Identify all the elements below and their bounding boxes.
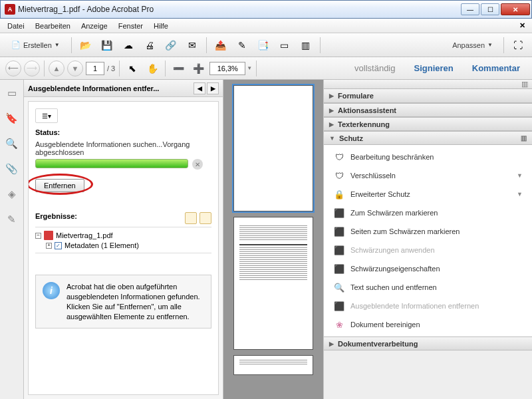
layers-icon[interactable]: ◈ bbox=[5, 188, 19, 201]
save-button[interactable]: 💾 bbox=[98, 37, 116, 54]
open-button[interactable]: 📂 bbox=[77, 37, 94, 54]
chevron-down-icon: ▼ bbox=[55, 42, 60, 48]
redaction-properties-item[interactable]: ⬛Schwärzungseigenschaften bbox=[324, 259, 532, 278]
item-label: Text suchen und entfernen bbox=[350, 283, 437, 291]
edit-pdf-button[interactable]: ✎ bbox=[233, 37, 251, 54]
cancel-search-button[interactable]: ✕ bbox=[192, 159, 203, 170]
maximize-button[interactable]: ☐ bbox=[481, 3, 499, 15]
hand-tool[interactable]: ✋ bbox=[144, 60, 161, 77]
select-tool[interactable]: ⬉ bbox=[124, 60, 141, 77]
bookmark-icon[interactable]: 🔖 bbox=[5, 112, 19, 125]
zoom-out-button[interactable]: ➖ bbox=[170, 60, 187, 77]
close-button[interactable]: ✕ bbox=[501, 3, 530, 15]
collapse-all-button[interactable] bbox=[200, 212, 211, 224]
results-label: Ergebnisse: bbox=[35, 212, 77, 220]
close-doc-button[interactable]: ✕ bbox=[515, 20, 529, 31]
nav-strip: ▭ 🔖 🔍 📎 ◈ ✎ bbox=[0, 80, 24, 399]
multimedia-button[interactable]: ▥ bbox=[297, 37, 315, 54]
tools-pane: ▥ ▶Formulare ▶Aktionsassistent ▶Texterke… bbox=[323, 80, 532, 399]
thumbnails-icon[interactable]: ▭ bbox=[5, 86, 19, 100]
customize-label: Anpassen bbox=[452, 41, 485, 49]
info-box: i Acrobat hat die oben aufgeführten ausg… bbox=[35, 275, 211, 329]
chevron-down-icon[interactable]: ▼ bbox=[247, 65, 252, 71]
pane-menu-icon[interactable]: ▥ bbox=[521, 80, 528, 88]
zoom-input[interactable] bbox=[209, 62, 245, 75]
panel-options-button[interactable]: ☰▾ bbox=[35, 108, 58, 123]
page-down-button[interactable]: ▼ bbox=[67, 61, 83, 76]
encrypt-item[interactable]: 🛡Verschlüsseln▼ bbox=[324, 166, 532, 185]
search-remove-item[interactable]: 🔍Text suchen und entfernen bbox=[324, 278, 532, 297]
attachment-icon[interactable]: 📎 bbox=[5, 162, 19, 176]
signatures-icon[interactable]: ✎ bbox=[5, 213, 19, 226]
app-icon: A bbox=[5, 4, 15, 15]
tree-meta-row[interactable]: + ✓ Metadaten (1 Element) bbox=[35, 241, 211, 250]
sign-link[interactable]: Signieren bbox=[408, 61, 460, 76]
export-pdf-button[interactable]: 📤 bbox=[212, 37, 229, 54]
comment-link[interactable]: Kommentar bbox=[466, 61, 527, 76]
prev-view-button[interactable]: ⟵ bbox=[5, 61, 21, 76]
progress-bar bbox=[35, 159, 188, 168]
section-docproc[interactable]: ▶Dokumentverarbeitung bbox=[324, 336, 532, 350]
section-aktion[interactable]: ▶Aktionsassistent bbox=[324, 103, 532, 117]
menu-edit[interactable]: Bearbeiten bbox=[31, 21, 75, 31]
fullview-link[interactable]: vollständig bbox=[348, 61, 402, 76]
remove-button[interactable]: Entfernen bbox=[35, 179, 84, 192]
page-input[interactable] bbox=[86, 62, 104, 75]
sanitize-item[interactable]: ❀Dokument bereinigen bbox=[324, 315, 532, 334]
menu-file[interactable]: Datei bbox=[3, 21, 29, 31]
sanitize-icon: ❀ bbox=[333, 319, 345, 331]
pdf-icon bbox=[44, 231, 53, 240]
section-schutz[interactable]: ▼Schutz▥ bbox=[324, 131, 532, 145]
hidden-info-icon: ⬛ bbox=[333, 300, 345, 312]
combine-button[interactable]: 📑 bbox=[255, 37, 272, 54]
remove-hidden-panel: Ausgeblendete Informationen entfer... ◀ … bbox=[24, 80, 223, 399]
thumbnail-page-3[interactable] bbox=[233, 355, 313, 375]
mark-pages-redaction-item[interactable]: ⬛Seiten zum Schwärzen markieren bbox=[324, 222, 532, 241]
section-formulare[interactable]: ▶Formulare bbox=[324, 89, 532, 103]
customize-button[interactable]: Anpassen ▼ bbox=[447, 39, 498, 51]
mark-redaction-item[interactable]: ⬛Zum Schwärzen markieren bbox=[324, 203, 532, 222]
page-thumbnails bbox=[223, 80, 323, 399]
advanced-protection-item[interactable]: 🔒Erweiterter Schutz▼ bbox=[324, 185, 532, 203]
menu-view[interactable]: Anzeige bbox=[76, 21, 112, 31]
tree-meta-label: Metadaten (1 Element) bbox=[65, 241, 139, 249]
thumbnail-page-2[interactable] bbox=[233, 217, 313, 350]
expand-all-button[interactable] bbox=[185, 212, 197, 224]
expander-icon[interactable]: + bbox=[46, 243, 52, 249]
results-tree: − Mietvertrag_1.pdf + ✓ Metadaten (1 Ele… bbox=[35, 227, 211, 253]
page-total: / 3 bbox=[107, 65, 115, 72]
apply-icon: ⬛ bbox=[333, 244, 345, 256]
cloud-button[interactable]: ☁ bbox=[120, 37, 137, 54]
create-button[interactable]: 📄 Erstellen ▼ bbox=[5, 38, 66, 52]
menu-help[interactable]: Hilfe bbox=[149, 21, 173, 31]
tree-file-row[interactable]: − Mietvertrag_1.pdf bbox=[35, 230, 211, 241]
zoom-in-button[interactable]: ➕ bbox=[190, 60, 207, 77]
shield-icon: 🛡 bbox=[333, 151, 345, 163]
item-label: Seiten zum Schwärzen markieren bbox=[350, 227, 460, 235]
search-remove-icon: 🔍 bbox=[333, 281, 345, 293]
print-button[interactable]: 🖨 bbox=[141, 37, 158, 54]
status-text: Ausgeblendete Informationen suchen...Vor… bbox=[35, 140, 211, 156]
page-up-button[interactable]: ▲ bbox=[49, 61, 65, 76]
checkbox-icon[interactable]: ✓ bbox=[55, 242, 62, 249]
item-label: Verschlüsseln bbox=[350, 172, 396, 180]
menu-window[interactable]: Fenster bbox=[114, 21, 148, 31]
create-icon: 📄 bbox=[11, 41, 21, 49]
panel-prev-button[interactable]: ◀ bbox=[194, 82, 205, 94]
panel-menu-icon[interactable]: ▥ bbox=[521, 134, 527, 142]
search-icon[interactable]: 🔍 bbox=[5, 137, 19, 150]
next-view-button[interactable]: ⟶ bbox=[24, 61, 40, 76]
title-bar: A Mietvertrag_1.pdf - Adobe Acrobat Pro … bbox=[0, 0, 532, 19]
form-button[interactable]: ▭ bbox=[276, 37, 293, 54]
panel-next-button[interactable]: ▶ bbox=[207, 82, 219, 94]
thumbnail-page-1[interactable] bbox=[233, 85, 313, 211]
minimize-button[interactable]: — bbox=[461, 3, 479, 15]
email-button[interactable]: ✉ bbox=[184, 37, 201, 54]
restrict-editing-item[interactable]: 🛡Bearbeitung beschränken bbox=[324, 148, 532, 166]
info-text: Acrobat hat die oben aufgeführten ausgeb… bbox=[66, 282, 204, 321]
panel-title: Ausgeblendete Informationen entfer... bbox=[28, 84, 192, 92]
share-button[interactable]: 🔗 bbox=[162, 37, 180, 54]
expander-icon[interactable]: − bbox=[35, 233, 41, 239]
fullscreen-button[interactable]: ⛶ bbox=[509, 37, 527, 54]
section-text[interactable]: ▶Texterkennung bbox=[324, 117, 532, 131]
